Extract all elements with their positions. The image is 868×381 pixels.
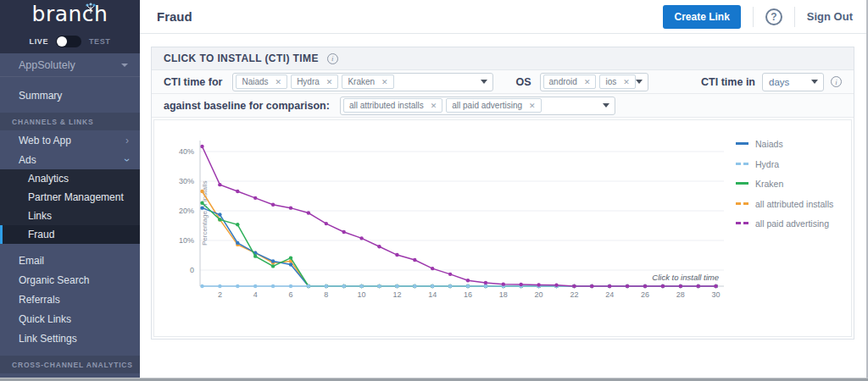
legend-swatch-icon [736, 222, 748, 229]
sidebar-item-label: Organic Search [19, 274, 89, 286]
legend-swatch-icon [736, 182, 748, 190]
info-icon[interactable]: i [831, 76, 842, 87]
svg-text:16: 16 [464, 290, 472, 299]
legend-swatch-icon [736, 202, 748, 210]
os-label: OS [515, 76, 531, 88]
app-window: branch LIVE TEST AppSolutely SummaryCHAN… [0, 0, 868, 381]
svg-text:4: 4 [253, 290, 258, 299]
svg-text:30: 30 [712, 290, 721, 299]
create-link-button[interactable]: Create Link [663, 5, 740, 29]
sidebar-item-links[interactable]: Links [0, 207, 140, 225]
sidebar-section-cross-channel-analytics: CROSS-CHANNEL ANALYTICS [0, 356, 140, 373]
sidebar-submenu: AnalyticsPartner ManagementLinksFraud [0, 169, 140, 244]
svg-text:12: 12 [392, 290, 401, 299]
sign-out-button[interactable]: Sign Out [807, 10, 856, 23]
remove-tag-icon[interactable]: ✕ [584, 78, 591, 86]
remove-tag-icon[interactable]: ✕ [623, 78, 630, 86]
sidebar-item-analytics[interactable]: Analytics [0, 169, 140, 188]
live-label: LIVE [30, 37, 48, 46]
chart-legend: NaiadsHydraKrakenall attributed installs… [736, 139, 853, 239]
cti-time-in-label: CTI time in [701, 76, 755, 88]
panel-title: CLICK TO INSTALL (CTI) TIME [164, 52, 319, 64]
sidebar-item-label: Link Settings [19, 333, 77, 345]
info-icon[interactable]: i [327, 53, 338, 64]
svg-text:22: 22 [570, 290, 578, 299]
svg-text:10%: 10% [179, 236, 194, 245]
sidebar-item-ads[interactable]: Ads› [0, 150, 140, 169]
test-label: TEST [89, 37, 110, 46]
legend-item-hydra[interactable]: Hydra [736, 159, 853, 170]
svg-text:40%: 40% [179, 147, 194, 156]
dropdown-caret-icon [603, 103, 609, 108]
sidebar-item-fraud[interactable]: Fraud [0, 225, 140, 244]
filter-tag-android[interactable]: android✕ [543, 75, 597, 89]
svg-text:18: 18 [499, 290, 508, 299]
sidebar-item-label: Ads [19, 154, 36, 166]
legend-swatch-icon [736, 163, 748, 170]
topbar: Fraud Create Link ? Sign Out [140, 0, 868, 34]
help-icon[interactable]: ? [765, 8, 782, 25]
remove-tag-icon[interactable]: ✕ [431, 102, 437, 110]
sidebar-nav: SummaryCHANNELS & LINKSWeb to App›Ads›An… [0, 77, 140, 381]
sidebar-item-web-to-app[interactable]: Web to App› [0, 130, 140, 150]
remove-tag-icon[interactable]: ✕ [275, 78, 282, 86]
org-name: AppSolutely [19, 59, 75, 71]
topbar-actions: Create Link ? Sign Out [663, 5, 856, 29]
baseline-select[interactable]: all attributed installs✕all paid adverti… [340, 97, 615, 115]
legend-label: all paid advertising [755, 218, 836, 229]
filter-tag-hydra[interactable]: Hydra✕ [291, 75, 338, 89]
sidebar-item-label: Email [19, 255, 44, 267]
legend-item-naiads[interactable]: Naiads [736, 139, 853, 150]
sidebar-item-link-settings[interactable]: Link Settings [0, 329, 140, 348]
filter-tag-kraken[interactable]: Kraken✕ [342, 75, 393, 89]
filter-tag-all-paid-advertising[interactable]: all paid advertising✕ [446, 98, 541, 113]
legend-item-all-paid-advertising[interactable]: all paid advertising [736, 218, 853, 229]
chevron-down-icon [121, 64, 128, 67]
svg-text:Click to install time: Click to install time [652, 273, 719, 282]
live-test-toggle[interactable] [56, 36, 81, 47]
svg-text:20: 20 [535, 290, 543, 299]
branch-tree-icon [84, 3, 97, 14]
logo-band: branch LIVE TEST [0, 0, 140, 53]
svg-text:8: 8 [324, 290, 328, 299]
cti-time-for-select[interactable]: Naiads✕Hydra✕Kraken✕ [232, 73, 493, 91]
cti-time-in-value: days [765, 77, 789, 87]
sidebar-item-partner-management[interactable]: Partner Management [0, 188, 140, 207]
environment-toggle-row: LIVE TEST [0, 36, 140, 47]
legend-swatch-icon [736, 142, 748, 150]
dropdown-caret-icon [811, 80, 818, 84]
sidebar-item-label: Fraud [28, 229, 54, 240]
baseline-tags: all attributed installs✕all paid adverti… [343, 98, 542, 113]
divider [794, 7, 795, 27]
chevron-down-icon: › [122, 158, 132, 162]
legend-item-kraken[interactable]: Kraken [736, 179, 853, 190]
remove-tag-icon[interactable]: ✕ [529, 102, 536, 110]
filter-tag-ios[interactable]: ios✕ [599, 75, 635, 89]
sidebar-item-label: Analytics [28, 173, 69, 185]
toggle-knob [57, 36, 67, 47]
svg-text:14: 14 [428, 290, 437, 299]
sidebar-item-referrals[interactable]: Referrals [0, 290, 140, 309]
svg-text:28: 28 [676, 290, 685, 299]
sidebar-item-summary[interactable]: Summary [0, 86, 140, 105]
chevron-right-icon: › [125, 135, 129, 146]
cti-time-in-select[interactable]: days [762, 73, 824, 91]
sidebar-item-quick-links[interactable]: Quick Links [0, 309, 140, 329]
filter-tag-naiads[interactable]: Naiads✕ [236, 75, 287, 89]
legend-label: Hydra [755, 159, 836, 170]
main-content: CLICK TO INSTALL (CTI) TIME i CTI time f… [140, 34, 868, 381]
legend-item-all-attributed-installs[interactable]: all attributed installs [736, 199, 853, 210]
org-selector[interactable]: AppSolutely [0, 53, 140, 77]
svg-text:20%: 20% [179, 207, 194, 215]
sidebar: branch LIVE TEST AppSolutely SummaryCHAN… [0, 0, 140, 381]
os-tags: android✕ios✕ [543, 75, 636, 89]
remove-tag-icon[interactable]: ✕ [381, 78, 388, 86]
cti-time-for-tags: Naiads✕Hydra✕Kraken✕ [236, 75, 393, 89]
sidebar-item-organic-search[interactable]: Organic Search [0, 270, 140, 290]
dropdown-caret-icon [481, 80, 487, 84]
os-select[interactable]: android✕ios✕ [540, 73, 648, 91]
sidebar-item-email[interactable]: Email [0, 251, 140, 270]
tag-label: Naiads [242, 77, 268, 86]
remove-tag-icon[interactable]: ✕ [326, 78, 333, 86]
filter-tag-all-attributed-installs[interactable]: all attributed installs✕ [343, 98, 442, 113]
